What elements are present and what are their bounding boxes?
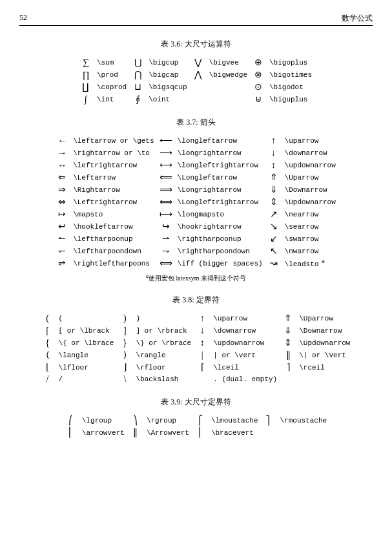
symbol-cell: | — [194, 349, 211, 361]
table-row: ⟨\langle⟩\rangle|| or \vert‖\| or \Vert — [39, 349, 353, 361]
symbol-cell: ⋀ — [190, 68, 207, 81]
command-cell: \longmapsto — [175, 208, 265, 220]
symbol-cell: / — [39, 373, 56, 385]
symbol-cell: ⎫ — [261, 414, 278, 426]
symbol-cell: ↽ — [54, 245, 70, 257]
command-cell: \downarrow — [211, 324, 280, 337]
command-cell: \bracevert — [209, 426, 261, 439]
command-cell: \lceil — [211, 361, 280, 373]
command-cell: \downarrow — [282, 147, 338, 159]
command-cell: \Uparrow — [296, 312, 353, 324]
table-row: ↩\hookleftarrow↪\hookrightarrow↘\searrow — [54, 220, 338, 233]
symbol-cell: ⎧ — [192, 414, 209, 426]
command-cell: \{ or \lbrace — [56, 337, 117, 349]
command-cell: \Leftrightarrow — [70, 196, 156, 208]
command-cell: \rightharpoonup — [175, 233, 265, 245]
symbol-cell: ⟩ — [116, 349, 133, 361]
symbol-cell: ⎛ — [63, 414, 79, 426]
table-3-9-caption: 表 3.9: 大尺寸定界符 — [19, 397, 373, 408]
command-cell: \} or \rbrace — [133, 337, 194, 349]
symbol-cell: ⌉ — [280, 361, 296, 373]
command-cell: \biguplus — [267, 93, 315, 105]
command-cell: \Updownarrow — [296, 337, 353, 349]
table-row: ⎛\lgroup⎞\rgroup⎧\lmoustache⎫\rmoustache — [63, 414, 329, 426]
table-3-8: (())↑\uparrow⇑\Uparrow[[ or \lbrack]] or… — [39, 312, 353, 385]
symbol-cell: ⊗ — [250, 68, 267, 81]
command-cell: \leftharpoondown — [70, 245, 156, 257]
command-cell: \iff (bigger spaces) — [175, 257, 265, 269]
symbol-cell: ↑ — [265, 134, 282, 147]
command-cell: \uparrow — [211, 312, 280, 324]
command-cell: \bigcup — [146, 56, 189, 68]
symbol-cell: ↩ — [54, 220, 70, 233]
symbol-cell: ⟶ — [157, 147, 175, 159]
command-cell: \nearrow — [282, 208, 338, 220]
symbol-cell — [190, 93, 207, 105]
command-cell: \rightleftharpoons — [70, 257, 156, 269]
table-3-8-caption: 表 3.8: 定界符 — [19, 295, 373, 306]
command-cell: \rgroup — [144, 414, 192, 426]
symbol-cell: ↕ — [194, 337, 211, 349]
command-cell: \arrowvert — [79, 426, 127, 439]
symbol-cell: ⊎ — [250, 93, 267, 105]
table-row: ↽\leftharpoondown⇁\rightharpoondown↖\nwa… — [54, 245, 338, 257]
command-cell — [207, 81, 250, 93]
command-cell: \searrow — [282, 220, 338, 233]
symbol-cell: { — [39, 337, 56, 349]
command-cell: \int — [94, 93, 129, 105]
command-cell: \lfloor — [56, 361, 117, 373]
command-cell: \lgroup — [79, 414, 127, 426]
table-row: ↔\leftrightarrow⟷\longleftrightarrow↕\up… — [54, 159, 338, 171]
symbol-cell: ⟨ — [39, 349, 56, 361]
symbol-cell: ∑ — [77, 56, 94, 68]
command-cell: \Longleftrightarrow — [175, 196, 265, 208]
command-cell: \Uparrow — [282, 171, 338, 183]
command-cell: \bigvee — [207, 56, 250, 68]
symbol-cell: ⋂ — [129, 68, 146, 81]
symbol-cell: ⇑ — [265, 171, 282, 183]
symbol-cell: ⇐ — [54, 171, 70, 183]
command-cell: \sum — [94, 56, 129, 68]
table-row: ⌊\lfloor⌋\rfloor⌈\lceil⌉\rceil — [39, 361, 353, 373]
symbol-cell: ↑ — [194, 312, 211, 324]
command-cell: \rfloor — [133, 361, 194, 373]
table-row: ∫\int∮\oint⊎\biguplus — [77, 93, 315, 105]
symbol-cell: ∐ — [77, 81, 94, 93]
command-cell: \rangle — [133, 349, 194, 361]
command-cell: \bigoplus — [267, 56, 315, 68]
table-row: ⇌\rightleftharpoons⟺\iff (bigger spaces)… — [54, 257, 338, 269]
command-cell: \longrightarrow — [175, 147, 265, 159]
table-row: [[ or \lbrack]] or \rbrack↓\downarrow⇓\D… — [39, 324, 353, 337]
command-cell: \backslash — [133, 373, 194, 385]
command-cell: \bigcap — [146, 68, 189, 81]
symbol-cell: ← — [54, 134, 70, 147]
symbol-cell: ⌈ — [194, 361, 211, 373]
symbol-cell: ↙ — [265, 233, 282, 245]
command-cell: | or \vert — [211, 349, 280, 361]
page-number: 52 — [19, 13, 27, 24]
table-3-6: ∑\sum⋃\bigcup⋁\bigvee⊕\bigoplus∏\prod⋂\b… — [77, 56, 315, 105]
page-header: 52 数学公式 — [19, 13, 373, 26]
table-3-7: ←\leftarrow or \gets⟵\longleftarrow↑\upa… — [54, 134, 338, 269]
command-cell: \longleftrightarrow — [175, 159, 265, 171]
command-cell — [278, 426, 330, 439]
table-3-7-caption: 表 3.7: 箭头 — [19, 117, 373, 128]
command-cell: \rightarrow or \to — [70, 147, 156, 159]
symbol-cell: ↦ — [54, 208, 70, 220]
symbol-cell — [280, 373, 296, 385]
command-cell: \prod — [94, 68, 129, 81]
command-cell: \rmoustache — [278, 414, 330, 426]
symbol-cell: ⇕ — [280, 337, 296, 349]
symbol-cell: ⋁ — [190, 56, 207, 68]
command-cell: \coprod — [94, 81, 129, 93]
symbol-cell: ⟼ — [157, 208, 175, 220]
command-cell: \leftrightarrow — [70, 159, 156, 171]
command-cell: \hookrightarrow — [175, 220, 265, 233]
command-cell: \| or \Vert — [296, 349, 353, 361]
symbol-cell: \ — [116, 373, 133, 385]
symbol-cell: ⌊ — [39, 361, 56, 373]
symbol-cell: ⇔ — [54, 196, 70, 208]
symbol-cell: ⊙ — [250, 81, 267, 93]
table-row: ⇔\Leftrightarrow⟺\Longleftrightarrow⇕\Up… — [54, 196, 338, 208]
command-cell: \rightharpoondown — [175, 245, 265, 257]
